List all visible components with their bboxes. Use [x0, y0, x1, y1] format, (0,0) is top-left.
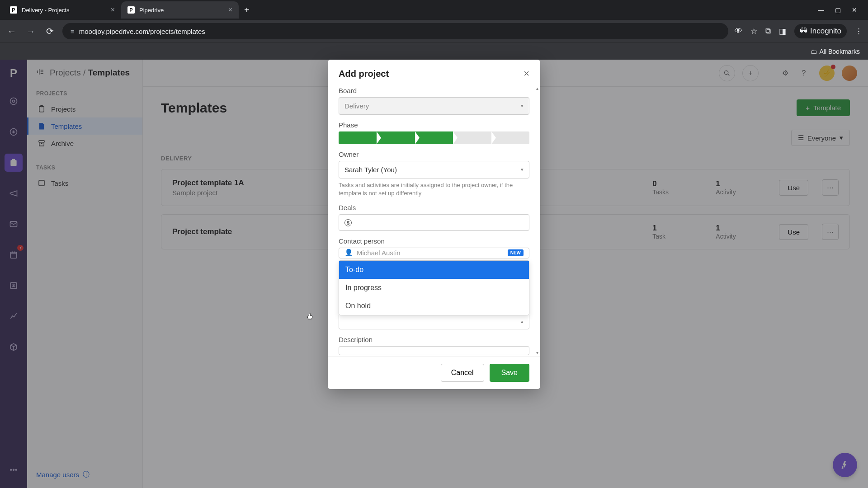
owner-select[interactable]: Sarah Tyler (You) ▾: [339, 161, 529, 178]
phase-segment[interactable]: [491, 131, 529, 144]
dropdown-option-on-hold[interactable]: On hold: [339, 297, 529, 315]
side-panel-icon[interactable]: ◨: [779, 27, 786, 36]
chevron-up-icon: ▴: [521, 319, 524, 324]
url-text: moodjoy.pipedrive.com/projects/templates: [79, 28, 205, 35]
favicon-icon: P: [127, 6, 135, 14]
window-controls: — ▢ ✕: [818, 6, 864, 14]
owner-help-text: Tasks and activities are initially assig…: [339, 181, 529, 197]
cancel-button[interactable]: Cancel: [441, 364, 484, 382]
tab-bar: P Delivery - Projects × P Pipedrive × + …: [0, 0, 868, 20]
forward-icon[interactable]: →: [24, 26, 37, 37]
chevron-down-icon: ▾: [521, 167, 524, 173]
modal-title: Add project: [339, 69, 389, 79]
incognito-label: Incognito: [810, 27, 841, 36]
star-icon[interactable]: ☆: [750, 27, 757, 36]
browser-tab[interactable]: P Delivery - Projects ×: [4, 1, 121, 19]
field-label-board: Board: [339, 87, 529, 94]
modal-header: Add project ×: [328, 60, 540, 85]
close-icon[interactable]: ×: [524, 68, 529, 80]
field-label-phase: Phase: [339, 121, 529, 129]
eye-off-icon[interactable]: 👁: [735, 27, 742, 36]
person-icon: 👤: [344, 249, 353, 257]
contact-input[interactable]: 👤 Michael Austin NEW: [339, 248, 529, 258]
folder-icon: 🗀: [811, 48, 817, 55]
favicon-icon: P: [10, 6, 17, 14]
phase-segment[interactable]: [453, 131, 491, 144]
phase-selector[interactable]: [339, 131, 529, 144]
deals-field[interactable]: [355, 219, 524, 226]
tab-title: Delivery - Projects: [22, 7, 106, 14]
minimize-icon[interactable]: —: [818, 6, 824, 14]
field-label-contact: Contact person: [339, 237, 529, 245]
phase-segment[interactable]: [415, 131, 453, 144]
site-info-icon[interactable]: ≡: [71, 28, 75, 35]
field-label-description: Description: [339, 336, 529, 343]
dropdown-option-todo[interactable]: To-do: [339, 261, 529, 279]
bookmarks-bar: 🗀 All Bookmarks: [0, 42, 868, 60]
modal-footer: Cancel Save: [328, 356, 540, 389]
chevron-down-icon: ▾: [521, 103, 524, 109]
owner-value: Sarah Tyler (You): [344, 166, 397, 174]
new-badge: NEW: [508, 249, 524, 256]
status-select[interactable]: ▴: [339, 314, 529, 329]
board-value: Delivery: [344, 102, 369, 110]
all-bookmarks-label: All Bookmarks: [820, 48, 860, 55]
reload-icon[interactable]: ⟳: [43, 26, 56, 37]
dropdown-option-in-progress[interactable]: In progress: [339, 279, 529, 297]
close-icon[interactable]: ×: [228, 6, 232, 14]
contact-value: Michael Austin: [357, 249, 401, 257]
incognito-chip[interactable]: 🕶 Incognito: [794, 24, 847, 38]
tab-title: Pipedrive: [139, 7, 224, 14]
menu-icon[interactable]: ⋮: [855, 27, 863, 36]
save-button[interactable]: Save: [490, 364, 529, 382]
new-tab-button[interactable]: +: [239, 5, 255, 15]
back-icon[interactable]: ←: [5, 26, 18, 37]
reading-list-icon[interactable]: ⧉: [765, 27, 771, 36]
scroll-down-icon[interactable]: ▾: [536, 350, 538, 355]
deals-input[interactable]: $: [339, 214, 529, 231]
field-label-owner: Owner: [339, 150, 529, 158]
status-dropdown: To-do In progress On hold: [339, 260, 529, 315]
incognito-icon: 🕶: [800, 27, 807, 36]
browser-chrome: P Delivery - Projects × P Pipedrive × + …: [0, 0, 868, 60]
currency-icon: $: [344, 219, 352, 226]
add-project-modal: Add project × ▴ Board Delivery ▾ Phase O…: [328, 60, 540, 389]
browser-toolbar: ← → ⟳ ≡ moodjoy.pipedrive.com/projects/t…: [0, 20, 868, 42]
phase-segment[interactable]: [339, 131, 377, 144]
url-bar[interactable]: ≡ moodjoy.pipedrive.com/projects/templat…: [62, 23, 728, 39]
description-input[interactable]: [339, 346, 529, 355]
scroll-up-icon[interactable]: ▴: [536, 86, 538, 91]
maximize-icon[interactable]: ▢: [835, 6, 841, 14]
all-bookmarks-button[interactable]: 🗀 All Bookmarks: [811, 48, 860, 55]
modal-body: ▴ Board Delivery ▾ Phase Owner Sarah Tyl…: [328, 85, 540, 356]
close-window-icon[interactable]: ✕: [852, 6, 857, 14]
close-icon[interactable]: ×: [111, 6, 115, 14]
board-select[interactable]: Delivery ▾: [339, 97, 529, 115]
field-label-deals: Deals: [339, 204, 529, 211]
toolbar-icons: 👁 ☆ ⧉ ◨ 🕶 Incognito ⋮: [735, 24, 863, 38]
phase-segment[interactable]: [377, 131, 415, 144]
browser-tab[interactable]: P Pipedrive ×: [121, 1, 239, 19]
